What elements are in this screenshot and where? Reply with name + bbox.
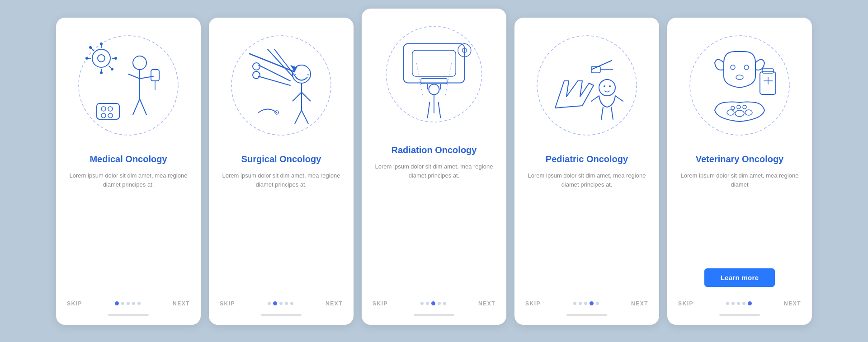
svg-line-44 xyxy=(302,110,308,124)
svg-line-22 xyxy=(140,99,146,115)
dot-4 xyxy=(590,301,594,305)
svg-point-24 xyxy=(101,107,106,111)
svg-rect-19 xyxy=(151,70,159,81)
svg-line-68 xyxy=(611,107,613,119)
veterinary-oncology-bottom-line xyxy=(719,314,760,316)
pediatric-oncology-nav: SKIP NEXT xyxy=(514,296,659,309)
dot-1 xyxy=(573,302,576,305)
card-veterinary-oncology: Veterinary Oncology Lorem ipsum dolor si… xyxy=(667,18,812,325)
svg-point-14 xyxy=(111,68,113,70)
medical-oncology-next[interactable]: NEXT xyxy=(173,300,190,307)
svg-line-31 xyxy=(259,65,290,81)
svg-point-63 xyxy=(604,85,605,87)
svg-point-10 xyxy=(114,57,117,60)
radiation-oncology-illustration xyxy=(362,9,506,144)
surgical-oncology-skip[interactable]: SKIP xyxy=(220,300,235,307)
dot-2 xyxy=(121,302,124,305)
dot-5 xyxy=(443,302,446,305)
svg-point-2 xyxy=(98,55,105,62)
dot-1 xyxy=(420,302,424,305)
card-radiation-oncology: Radiation Oncology Lorem ipsum dolor sit… xyxy=(362,9,506,325)
surgical-oncology-next[interactable]: NEXT xyxy=(326,300,343,307)
svg-point-15 xyxy=(133,56,146,70)
surgical-oncology-title: Surgical Oncology xyxy=(231,153,332,165)
dot-2 xyxy=(731,302,735,305)
dot-4 xyxy=(132,302,135,305)
pediatric-oncology-body: Lorem ipsum dolor sit dim amet, mea regi… xyxy=(514,171,659,296)
medical-oncology-bottom-line xyxy=(108,314,149,316)
svg-point-12 xyxy=(89,46,92,49)
veterinary-oncology-illustration xyxy=(667,18,812,153)
svg-line-66 xyxy=(615,96,623,101)
pediatric-oncology-dots xyxy=(573,301,599,305)
svg-point-77 xyxy=(727,110,734,115)
dot-1 xyxy=(268,302,271,305)
medical-oncology-body: Lorem ipsum dolor sit dim amet, mea regi… xyxy=(56,171,201,296)
radiation-oncology-title: Radiation Oncology xyxy=(381,144,488,156)
medical-oncology-illustration xyxy=(56,18,201,153)
veterinary-oncology-skip[interactable]: SKIP xyxy=(678,300,693,307)
dot-3 xyxy=(279,302,283,305)
surgical-oncology-bottom-line xyxy=(261,314,302,316)
svg-line-59 xyxy=(591,61,612,70)
card-pediatric-oncology: Pediatric Oncology Lorem ipsum dolor sit… xyxy=(514,18,659,325)
dot-2 xyxy=(273,301,277,305)
veterinary-oncology-dots xyxy=(726,301,752,305)
dot-1 xyxy=(115,301,119,305)
dot-3 xyxy=(431,301,435,305)
dot-5 xyxy=(137,302,141,305)
svg-rect-48 xyxy=(412,50,456,76)
veterinary-oncology-body: Lorem ipsum dolor sit dim amet, mea regi… xyxy=(667,171,812,261)
dot-3 xyxy=(737,302,740,305)
veterinary-oncology-next[interactable]: NEXT xyxy=(784,300,801,307)
svg-point-26 xyxy=(101,113,106,118)
svg-point-1 xyxy=(92,49,110,67)
veterinary-oncology-nav: SKIP NEXT xyxy=(667,296,812,309)
veterinary-oncology-title: Veterinary Oncology xyxy=(685,153,795,165)
dot-2 xyxy=(579,302,582,305)
svg-line-39 xyxy=(307,74,309,75)
svg-point-52 xyxy=(429,84,439,94)
svg-point-82 xyxy=(743,105,746,109)
svg-point-72 xyxy=(736,75,743,80)
svg-rect-47 xyxy=(404,43,465,83)
pediatric-oncology-next[interactable]: NEXT xyxy=(631,300,648,307)
svg-line-43 xyxy=(295,110,302,124)
svg-point-64 xyxy=(609,85,611,87)
svg-point-25 xyxy=(108,107,113,111)
svg-point-4 xyxy=(100,42,103,45)
svg-line-17 xyxy=(128,74,140,79)
dot-2 xyxy=(426,302,429,305)
svg-point-34 xyxy=(253,71,260,79)
dot-5 xyxy=(596,302,599,305)
svg-line-41 xyxy=(292,92,302,101)
medical-oncology-dots xyxy=(115,301,141,305)
surgical-oncology-dots xyxy=(268,301,293,305)
pediatric-oncology-skip[interactable]: SKIP xyxy=(525,300,541,307)
svg-point-33 xyxy=(253,63,260,70)
svg-line-55 xyxy=(445,63,451,98)
svg-point-81 xyxy=(737,105,741,109)
surgical-oncology-nav: SKIP NEXT xyxy=(209,296,354,309)
svg-rect-74 xyxy=(762,69,774,73)
radiation-oncology-dots xyxy=(420,301,446,305)
svg-point-78 xyxy=(735,110,744,117)
svg-line-67 xyxy=(601,107,603,119)
dot-3 xyxy=(584,302,587,305)
dot-5 xyxy=(290,302,293,305)
medical-oncology-title: Medical Oncology xyxy=(79,153,178,165)
dot-4 xyxy=(438,302,441,305)
svg-point-8 xyxy=(85,57,88,60)
learn-more-button[interactable]: Learn more xyxy=(704,268,775,287)
svg-point-62 xyxy=(599,80,615,96)
svg-point-6 xyxy=(100,71,103,74)
radiation-oncology-skip[interactable]: SKIP xyxy=(373,300,388,307)
svg-point-70 xyxy=(731,65,735,70)
medical-oncology-skip[interactable]: SKIP xyxy=(67,300,82,307)
dot-4 xyxy=(742,302,745,305)
svg-point-80 xyxy=(731,106,735,110)
svg-line-42 xyxy=(302,92,311,101)
svg-point-79 xyxy=(745,110,752,115)
radiation-oncology-next[interactable]: NEXT xyxy=(478,300,495,307)
medical-oncology-nav: SKIP NEXT xyxy=(56,296,201,309)
